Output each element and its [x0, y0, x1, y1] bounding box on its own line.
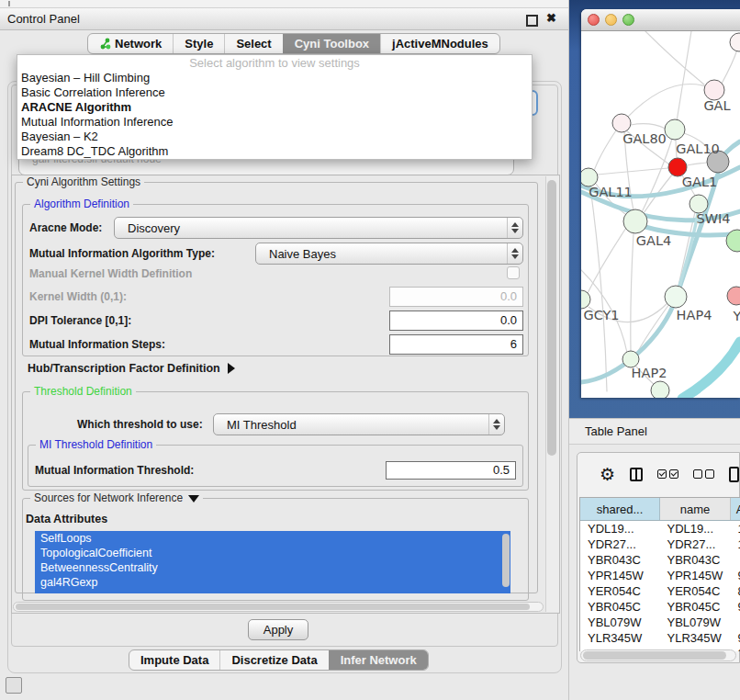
data-attributes-list[interactable]: SelfLoopsTopologicalCoefficientBetweenne…: [35, 531, 510, 593]
node-gal80[interactable]: [612, 114, 631, 132]
table-row[interactable]: YPR145WYPR145W9.: [580, 568, 740, 583]
network-edge[interactable]: [637, 304, 669, 353]
table-cell[interactable]: 9.: [731, 599, 740, 615]
apply-button[interactable]: Apply: [248, 619, 308, 640]
table-cell[interactable]: YER054C: [580, 583, 660, 599]
kernel-width-field[interactable]: 0.0: [389, 287, 523, 307]
network-edge[interactable]: [687, 163, 707, 165]
expand-arrow-icon[interactable]: [228, 363, 235, 374]
node-gal1-red[interactable]: [668, 158, 687, 176]
table-row[interactable]: YDL19...YDL19...13: [580, 521, 740, 537]
attribute-item[interactable]: gal4RGexp: [35, 575, 510, 590]
node-hap4[interactable]: [665, 286, 687, 308]
table-cell[interactable]: YBL079W: [660, 615, 731, 630]
table-cell[interactable]: YLR345W: [660, 630, 731, 646]
table-cell[interactable]: YBR045C: [660, 599, 731, 615]
table-cell[interactable]: YBR043C: [660, 552, 731, 568]
table-cell[interactable]: YPR145W: [580, 568, 660, 583]
node-pink-right[interactable]: [727, 287, 740, 305]
table-row[interactable]: YDR27...YDR27...12: [580, 536, 740, 552]
node-gal10[interactable]: [665, 119, 685, 140]
algorithm-option-1[interactable]: Basic Correlation Inference: [17, 85, 532, 100]
table-cell[interactable]: YBR043C: [580, 552, 660, 568]
algorithm-option-4[interactable]: Bayesian – K2: [17, 130, 532, 144]
float-window-icon[interactable]: [526, 15, 538, 27]
node-swi4[interactable]: [690, 195, 708, 213]
table-horizontal-scrollbar[interactable]: [580, 649, 736, 661]
restore-panel-icon[interactable]: [6, 677, 22, 694]
table-cell[interactable]: YLR345W: [580, 630, 660, 646]
table-row[interactable]: YBR045CYBR045C9.: [580, 599, 740, 615]
table-row[interactable]: YLR345WYLR345W9.: [580, 630, 740, 646]
select-all-icon[interactable]: [657, 469, 678, 479]
table-cell[interactable]: 12: [731, 536, 740, 552]
table-cell[interactable]: 8.: [731, 583, 740, 599]
tab-impute-data[interactable]: Impute Data: [129, 650, 219, 670]
table-cell[interactable]: 13: [731, 521, 740, 537]
table-cell[interactable]: YBL079W: [580, 615, 660, 630]
algorithm-option-0[interactable]: Bayesian – Hill Climbing: [17, 71, 532, 85]
table-row[interactable]: YBR043CYBR043C: [580, 552, 740, 568]
algorithm-option-5[interactable]: Dream8 DC_TDC Algorithm: [17, 144, 532, 159]
table-cell[interactable]: [731, 615, 740, 630]
splitter-handle[interactable]: [8, 1, 10, 6]
node-gal11[interactable]: [581, 168, 598, 186]
dpi-tolerance-field[interactable]: 0.0: [389, 310, 523, 331]
network-view-window[interactable]: GALGAL80GAL10GAL1GAL11SWI4GAL4GCY1HAP4YH…: [581, 9, 740, 398]
collapse-arrow-icon[interactable]: [188, 495, 199, 502]
table-cell[interactable]: YPR145W: [660, 568, 731, 583]
table-cell[interactable]: 9.: [731, 630, 740, 646]
hub-definition-section[interactable]: Hub/Transcription Factor Definition: [28, 362, 235, 375]
table-row[interactable]: YBL079WYBL079W: [580, 615, 740, 630]
which-threshold-combo[interactable]: MI Threshold: [213, 413, 505, 435]
node-table[interactable]: shared...nameAYDL19...YDL19...13YDR27...…: [579, 497, 740, 651]
table-cell[interactable]: 9.: [731, 568, 740, 583]
mi-algorithm-type-combo[interactable]: Naive Bayes: [255, 243, 523, 265]
table-cell[interactable]: [731, 552, 740, 568]
close-icon[interactable]: ✖: [546, 11, 556, 25]
network-edge[interactable]: [587, 228, 626, 295]
column-header-2[interactable]: A: [731, 498, 740, 521]
network-canvas[interactable]: GALGAL80GAL10GAL1GAL11SWI4GAL4GCY1HAP4YH…: [581, 31, 740, 398]
zoom-traffic-light-icon[interactable]: [622, 14, 634, 26]
minimize-traffic-light-icon[interactable]: [605, 14, 617, 26]
network-edge[interactable]: [682, 342, 740, 398]
settings-horizontal-scrollbar[interactable]: [13, 602, 544, 612]
tab-discretize-data[interactable]: Discretize Data: [219, 650, 328, 670]
list-scrollbar-thumb[interactable]: [502, 534, 510, 587]
attribute-item[interactable]: TopologicalCoefficient: [35, 546, 510, 560]
mi-threshold-field[interactable]: 0.5: [386, 461, 516, 480]
table-cell[interactable]: YDR27...: [660, 536, 731, 552]
scrollbar-thumb[interactable]: [583, 651, 726, 660]
table-cell[interactable]: YER054C: [660, 583, 731, 599]
sources-title[interactable]: Sources for Network Inference: [30, 491, 203, 504]
attribute-item[interactable]: BetweennessCentrality: [35, 560, 510, 575]
aracne-mode-combo[interactable]: Discovery: [114, 217, 523, 239]
node-gal-topright[interactable]: [704, 80, 724, 100]
scrollbar-thumb[interactable]: [16, 604, 530, 610]
tab-style[interactable]: Style: [173, 34, 224, 53]
columns-icon[interactable]: [630, 468, 643, 481]
network-edge[interactable]: [598, 168, 668, 175]
node-gal4[interactable]: [623, 209, 647, 233]
network-edge[interactable]: [627, 85, 706, 118]
tab-jactivemnodules[interactable]: jActiveMNodules: [380, 34, 499, 53]
network-edge[interactable]: [642, 139, 672, 212]
network-edge[interactable]: [631, 233, 633, 351]
attribute-item[interactable]: SelfLoops: [35, 531, 510, 546]
network-edge[interactable]: [678, 214, 698, 294]
node-gcy1[interactable]: [581, 290, 590, 309]
network-window-titlebar[interactable]: [581, 9, 740, 31]
document-icon[interactable]: [729, 467, 739, 482]
table-cell[interactable]: YDL19...: [580, 521, 660, 537]
network-edge[interactable]: [594, 130, 616, 171]
network-source-combo-partial[interactable]: galFiltered.sif default node: [18, 157, 514, 175]
table-cell[interactable]: YDR27...: [580, 536, 660, 552]
manual-kernel-checkbox[interactable]: [507, 266, 520, 279]
node-bottom-partial[interactable]: [651, 381, 669, 398]
table-cell[interactable]: YBR045C: [580, 599, 660, 615]
table-row[interactable]: YER054CYER054C8.: [580, 583, 740, 599]
algorithm-option-2[interactable]: ARACNE Algorithm: [17, 100, 532, 115]
network-edge[interactable]: [645, 31, 704, 85]
column-header-0[interactable]: shared...: [580, 498, 660, 521]
